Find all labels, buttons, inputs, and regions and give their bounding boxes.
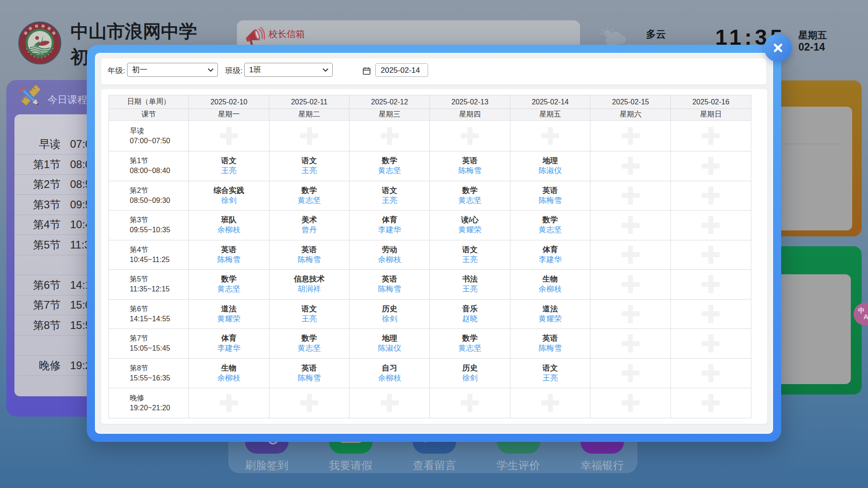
svg-text:1976: 1976 [36, 52, 43, 55]
